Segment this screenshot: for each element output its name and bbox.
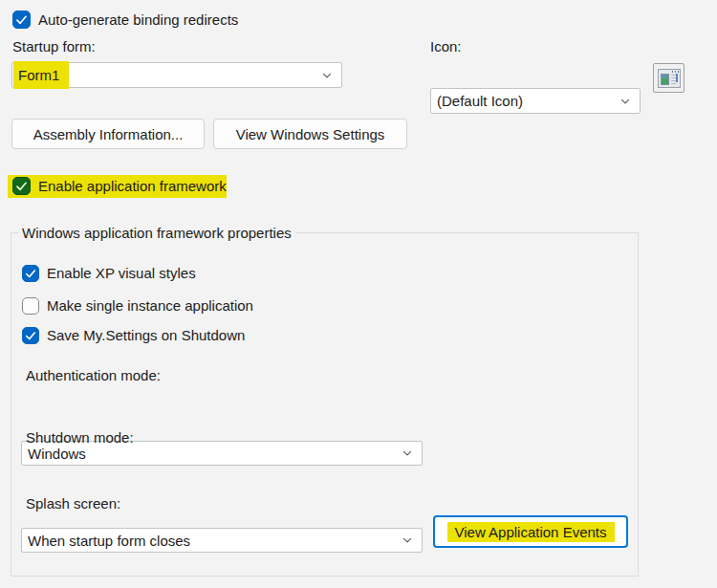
assembly-information-button-label: Assembly Information... bbox=[33, 126, 184, 142]
enable-application-framework-checkbox[interactable] bbox=[12, 177, 31, 195]
application-settings-page: Auto-generate binding redirects Startup … bbox=[0, 0, 717, 588]
check-icon bbox=[23, 266, 38, 281]
enable-application-framework-label: Enable application framework bbox=[38, 178, 227, 195]
view-windows-settings-button-label: View Windows Settings bbox=[236, 126, 385, 142]
enable-application-framework-row: Enable application framework bbox=[12, 177, 227, 195]
save-my-settings-row: Save My.Settings on Shutdown bbox=[22, 327, 245, 344]
make-single-instance-row: Make single instance application bbox=[22, 297, 253, 315]
authentication-mode-label: Authentication mode: bbox=[26, 367, 161, 384]
icon-label: Icon: bbox=[430, 38, 462, 55]
check-icon bbox=[13, 178, 30, 194]
enable-xp-visual-styles-row: Enable XP visual styles bbox=[22, 265, 196, 282]
chevron-down-icon bbox=[321, 70, 333, 81]
startup-form-value: Form1 bbox=[13, 61, 69, 89]
chevron-down-icon bbox=[619, 96, 631, 107]
form-preview-icon bbox=[658, 69, 681, 88]
make-single-instance-checkbox[interactable] bbox=[22, 297, 39, 315]
view-application-events-button[interactable]: View Application Events bbox=[433, 515, 628, 548]
chevron-down-icon bbox=[402, 534, 413, 546]
auto-generate-binding-redirects-checkbox[interactable] bbox=[12, 11, 31, 29]
icon-preview-button[interactable] bbox=[653, 63, 684, 93]
enable-xp-visual-styles-label: Enable XP visual styles bbox=[47, 265, 196, 282]
icon-value: (Default Icon) bbox=[437, 89, 523, 113]
shutdown-mode-value: When startup form closes bbox=[28, 529, 190, 553]
startup-form-label: Startup form: bbox=[12, 38, 96, 55]
check-icon bbox=[23, 328, 38, 343]
splash-screen-label: Splash screen: bbox=[26, 495, 120, 512]
shutdown-mode-select[interactable]: When startup form closes bbox=[21, 528, 423, 553]
chevron-down-icon bbox=[402, 447, 413, 459]
save-my-settings-checkbox[interactable] bbox=[22, 327, 39, 344]
check-icon bbox=[13, 11, 30, 28]
view-application-events-button-label: View Application Events bbox=[447, 522, 615, 542]
view-windows-settings-button[interactable]: View Windows Settings bbox=[213, 119, 407, 149]
shutdown-mode-label: Shutdown mode: bbox=[26, 429, 134, 446]
icon-select[interactable]: (Default Icon) bbox=[430, 88, 641, 114]
auto-generate-binding-redirects-label: Auto-generate binding redirects bbox=[38, 11, 238, 29]
assembly-information-button[interactable]: Assembly Information... bbox=[11, 119, 205, 149]
groupbox-title: Windows application framework properties bbox=[18, 224, 295, 243]
startup-form-select[interactable]: Form1 bbox=[11, 62, 342, 88]
save-my-settings-label: Save My.Settings on Shutdown bbox=[47, 327, 245, 344]
make-single-instance-label: Make single instance application bbox=[47, 297, 253, 315]
enable-xp-visual-styles-checkbox[interactable] bbox=[22, 265, 39, 282]
auto-generate-binding-redirects-row: Auto-generate binding redirects bbox=[12, 11, 238, 29]
